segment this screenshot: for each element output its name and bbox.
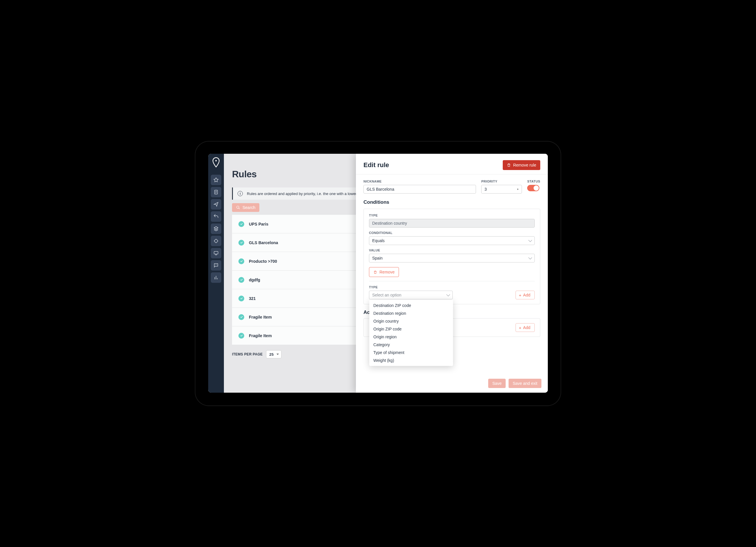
dropdown-option[interactable]: Origin region	[369, 333, 453, 341]
plus-icon: +	[519, 293, 521, 297]
cond1-conditional-label: CONDITIONAL	[369, 231, 535, 235]
cond2-type-dropdown: Destination ZIP code Destination region …	[369, 300, 453, 366]
nickname-label: NICKNAME	[363, 180, 476, 183]
check-icon	[238, 240, 244, 246]
rule-name: dgdfg	[249, 277, 260, 282]
priority-stepper[interactable]: 3 ▲▼	[481, 185, 522, 194]
remove-rule-label: Remove rule	[513, 163, 536, 168]
priority-label: PRIORITY	[481, 180, 522, 183]
svg-point-2	[215, 240, 218, 243]
nav-reply-icon[interactable]	[211, 211, 221, 222]
rule-name: 321	[249, 296, 256, 301]
sidebar	[208, 154, 224, 393]
svg-point-4	[237, 206, 239, 209]
remove-rule-button[interactable]: Remove rule	[503, 160, 540, 170]
rule-name: Fragile Item	[249, 315, 272, 319]
cond2-type-select[interactable]: Select an option Destination ZIP code De…	[369, 290, 453, 299]
cond1-value-select[interactable]: Spain	[369, 254, 535, 263]
stepper-icon: ▲▼	[517, 189, 519, 190]
trash-icon	[373, 270, 377, 274]
nav-send-icon[interactable]	[211, 199, 221, 210]
trash-icon	[507, 163, 511, 167]
drawer-title: Edit rule	[363, 161, 389, 169]
save-button[interactable]: Save	[488, 379, 506, 388]
dropdown-option[interactable]: Type of shipment	[369, 348, 453, 356]
cond2-type-label: TYPE	[369, 285, 510, 289]
dropdown-option[interactable]: Origin ZIP code	[369, 325, 453, 333]
pager-label: ITEMS PER PAGE	[232, 352, 263, 356]
actions-add-button[interactable]: + Add	[516, 323, 535, 332]
rule-name: GLS Barcelona	[249, 241, 278, 245]
edit-rule-drawer: Edit rule Remove rule NICKNAME PRIORITY	[356, 154, 548, 393]
rule-name: Producto >700	[249, 259, 277, 264]
status-toggle[interactable]	[527, 185, 539, 191]
nickname-input[interactable]	[363, 185, 476, 194]
nav-target-icon[interactable]	[211, 236, 221, 246]
conditions-section-title: Conditions	[363, 200, 540, 205]
nav-clipboard-icon[interactable]	[211, 187, 221, 197]
dropdown-option[interactable]: Weight (kg)	[369, 356, 453, 364]
page-title: Rules	[232, 169, 257, 180]
check-icon	[238, 259, 244, 264]
status-label: STATUS	[527, 180, 540, 183]
nav-layers-icon[interactable]	[211, 224, 221, 234]
cond2-add-button[interactable]: + Add	[516, 290, 535, 299]
svg-rect-3	[214, 252, 218, 254]
nav-monitor-icon[interactable]	[211, 248, 221, 259]
save-and-exit-button[interactable]: Save and exit	[509, 379, 541, 388]
cond1-type-select: Destination country	[369, 219, 535, 228]
dropdown-option[interactable]: Category	[369, 341, 453, 348]
info-banner-text: Rules are ordered and applied by priorit…	[247, 192, 364, 196]
search-button[interactable]: Search	[232, 203, 259, 212]
rule-name: Fragile Item	[249, 333, 272, 338]
check-icon	[238, 333, 244, 338]
nav-star-icon[interactable]	[211, 175, 221, 185]
check-icon	[238, 314, 244, 320]
dropdown-option[interactable]: Origin country	[369, 317, 453, 325]
conditions-card: TYPE Destination country CONDITIONAL Equ…	[363, 209, 540, 304]
dropdown-option[interactable]: Destination ZIP code	[369, 301, 453, 309]
cond1-conditional-select[interactable]: Equals	[369, 236, 535, 245]
svg-point-0	[215, 160, 217, 162]
cond1-remove-button[interactable]: Remove	[369, 267, 399, 277]
logo-pin-icon	[212, 157, 220, 173]
search-icon	[236, 206, 240, 210]
search-button-label: Search	[243, 205, 255, 210]
nav-chart-icon[interactable]	[211, 273, 221, 283]
rule-name: UPS Paris	[249, 222, 268, 227]
check-icon	[238, 277, 244, 283]
check-icon	[238, 221, 244, 227]
info-icon: i	[238, 191, 243, 196]
dropdown-option[interactable]: Destination region	[369, 309, 453, 317]
nav-message-alert-icon[interactable]	[211, 260, 221, 271]
cond1-value-label: VALUE	[369, 249, 535, 252]
pager-select[interactable]: 25	[266, 350, 281, 358]
cond1-type-label: TYPE	[369, 214, 535, 217]
check-icon	[238, 295, 244, 301]
plus-icon: +	[519, 325, 521, 330]
